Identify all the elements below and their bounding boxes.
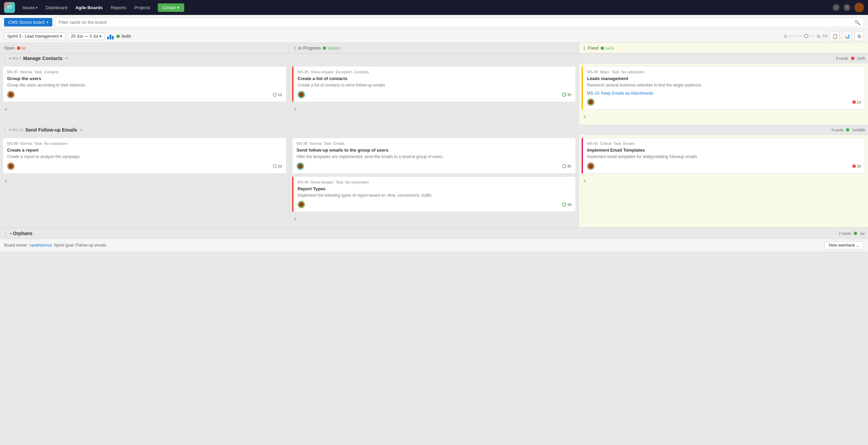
card-avatar <box>297 162 304 170</box>
card-subsystem: No subsystem <box>44 141 68 146</box>
issues-dropdown-arrow: ▾ <box>36 6 38 9</box>
print-icon[interactable]: 📋 <box>830 32 839 41</box>
effort-circle <box>562 202 566 207</box>
card-type: Task <box>611 70 619 74</box>
swimlane-header-followup: ⋮ ▾ MS-16 Send Follow-up Emails ✏ 4 card… <box>0 125 868 135</box>
card-priority: Normal <box>309 141 321 146</box>
sprint-bar: Sprint 3 - Lead management ▾ 20 Jun — 3 … <box>0 30 868 43</box>
swimlane-send-followup: ⋮ ▾ MS-16 Send Follow-up Emails ✏ 4 card… <box>0 125 868 228</box>
card-priority: Show-stopper <box>310 180 334 184</box>
chart-icon[interactable] <box>107 33 114 39</box>
columns-header: Open 3d ❮ In Progress 1w2d1h ❮ Fixed 1w1… <box>0 43 868 54</box>
zoom-slider[interactable] <box>788 36 815 37</box>
card-effort: 3d <box>852 164 861 168</box>
card-meta: MS-88 Normal Task No subsystem <box>7 141 282 146</box>
card-id: MS-88 <box>7 141 18 146</box>
sprint-selector[interactable]: Sprint 3 - Lead management ▾ <box>4 33 65 40</box>
add-card-open-1[interactable]: + <box>3 105 286 115</box>
red-dot <box>852 100 856 104</box>
card-type: Exception <box>336 70 352 74</box>
user-avatar[interactable] <box>854 3 864 12</box>
card-link[interactable]: MS-10: Keep Emails as Attachments <box>587 91 861 96</box>
swimlane-name-2: Send Follow-up Emails <box>25 127 77 133</box>
effort-circle <box>562 164 566 168</box>
card-title[interactable]: Report Types <box>298 186 571 191</box>
card-title[interactable]: Create a list of contacts <box>298 76 571 81</box>
card-ms45: MS-45 Critical Task Emails Implement Ema… <box>582 138 865 174</box>
add-card-inprogress-2[interactable]: + <box>292 215 576 225</box>
swimlane-body-manage-contacts: MS-97 Normal Task Contacts Group the use… <box>0 63 868 125</box>
card-meta: MS-95 Show-stopper Exception Contacts <box>298 70 571 74</box>
nav-dashboard[interactable]: Dashboard <box>42 4 71 12</box>
swimlane-collapse-toggle[interactable]: ▾ <box>9 57 11 60</box>
nav-agile-boards[interactable]: Agile Boards <box>72 4 106 12</box>
date-selector[interactable]: 20 Jun — 3 Jul ▾ <box>68 33 105 40</box>
card-meta: MS-40 Show-stopper Task No subsystem <box>298 180 571 184</box>
swimlane-drag-handle[interactable]: ⋮ <box>3 56 7 61</box>
effort-circle <box>273 93 277 97</box>
card-subsystem: Contacts <box>44 70 58 74</box>
help-icon[interactable]: ? <box>844 4 850 11</box>
notifications-icon[interactable]: ○ <box>833 4 839 11</box>
card-id: MS-98 <box>587 70 598 74</box>
red-dot <box>17 46 20 50</box>
nav-projects[interactable]: Projects <box>131 4 154 12</box>
swimlane-col-open-2: MS-88 Normal Task No subsystem Create a … <box>0 135 289 228</box>
effort-green-dot <box>116 35 120 38</box>
settings-icon[interactable]: ⚙ <box>854 32 864 41</box>
card-meta: MS-98 Major Task No subsystem <box>587 70 861 74</box>
add-card-inprogress-1[interactable]: + <box>292 105 576 115</box>
nav-icons: ○ ? <box>833 3 864 12</box>
card-footer: 1d <box>7 91 282 98</box>
chart-view-icon[interactable]: 📊 <box>842 32 852 41</box>
card-priority: Normal <box>20 141 32 146</box>
search-input[interactable] <box>59 20 854 25</box>
swimlane-collapse-toggle-2[interactable]: ▾ <box>9 128 11 132</box>
orphans-drag-handle: ⋮ <box>3 231 8 236</box>
board-selector[interactable]: CMS Scrum board ▾ <box>4 18 52 26</box>
card-title[interactable]: Send follow-up emails to the group of us… <box>297 148 571 153</box>
card-priority: Normal <box>20 70 32 74</box>
card-title[interactable]: Implement Email Templates <box>587 148 861 153</box>
green-dot-inprogress <box>323 46 326 50</box>
card-desc: Group the users according to their inter… <box>7 82 282 88</box>
swimlane-edit-icon-2[interactable]: ✏ <box>80 128 83 132</box>
add-card-fixed-1[interactable]: + <box>582 112 865 122</box>
add-card-fixed-2[interactable]: + <box>582 176 865 186</box>
swimlane-drag-handle-2[interactable]: ⋮ <box>3 127 7 132</box>
create-button[interactable]: Create ▾ <box>158 3 184 12</box>
swimlane-effort-dot <box>851 57 854 60</box>
swimlane-effort-dot-2 <box>846 128 849 132</box>
card-avatar <box>587 162 595 170</box>
board-owner-label: Board owner: <box>4 243 28 248</box>
nav-issues[interactable]: Issues ▾ <box>19 4 41 12</box>
card-subsystem: No subsystem <box>621 70 645 74</box>
effort-circle <box>562 93 566 97</box>
card-effort: 3h <box>562 93 571 97</box>
col-fixed-effort: 1w1d <box>601 46 614 50</box>
nav-reports[interactable]: Reports <box>107 4 130 12</box>
card-type: Task <box>336 180 343 184</box>
card-footer: 3h <box>297 162 571 170</box>
card-meta: MS-96 Normal Task Emails <box>297 141 571 146</box>
card-title[interactable]: Create a report <box>7 148 282 153</box>
card-ms96: MS-96 Normal Task Emails Send follow-up … <box>292 138 576 174</box>
sprint-effort: 3w6h <box>116 34 131 39</box>
inprogress-chevron: ❮ <box>294 46 296 50</box>
new-swimlane-button[interactable]: New swimlane ... <box>824 241 864 249</box>
card-avatar <box>298 91 305 98</box>
add-card-open-2[interactable]: + <box>3 176 286 186</box>
card-title[interactable]: Leads management <box>587 76 861 81</box>
card-id: MS-95 <box>298 70 308 74</box>
swimlane-id: MS-7 <box>12 56 21 60</box>
card-title[interactable]: Group the users <box>7 76 282 81</box>
swimlane-meta: 3 cards 2d3h <box>836 56 865 60</box>
orphans-toggle[interactable]: ▾ <box>10 232 12 235</box>
board: Open 3d ❮ In Progress 1w2d1h ❮ Fixed 1w1… <box>0 43 868 239</box>
swimlane-edit-icon[interactable]: ✏ <box>65 56 69 61</box>
card-ms97: MS-97 Normal Task Contacts Group the use… <box>3 66 286 102</box>
logo[interactable]: YT <box>4 2 15 13</box>
board-owner-link[interactable]: vandrianova <box>30 243 52 248</box>
swimlane-col-fixed-1: MS-98 Major Task No subsystem Leads mana… <box>579 63 868 125</box>
card-footer: 2d <box>7 162 282 170</box>
